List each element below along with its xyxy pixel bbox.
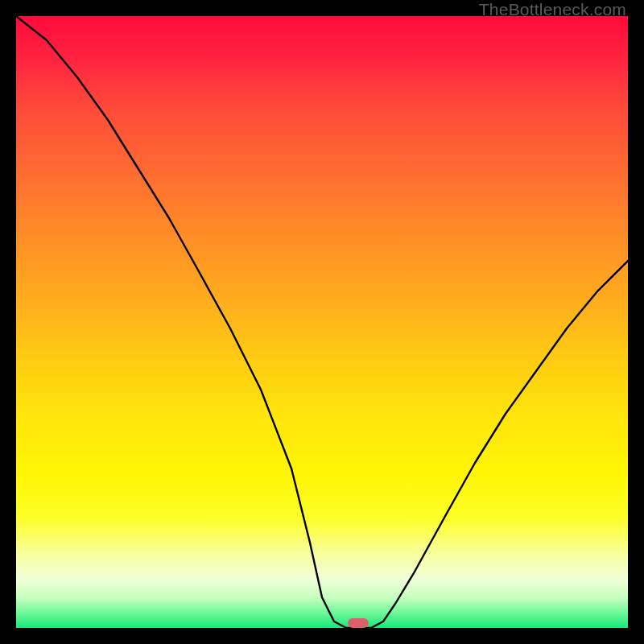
bottleneck-curve-path [16,16,628,628]
chart-area [16,16,628,628]
min-marker [348,618,369,628]
bottleneck-curve [16,16,628,628]
